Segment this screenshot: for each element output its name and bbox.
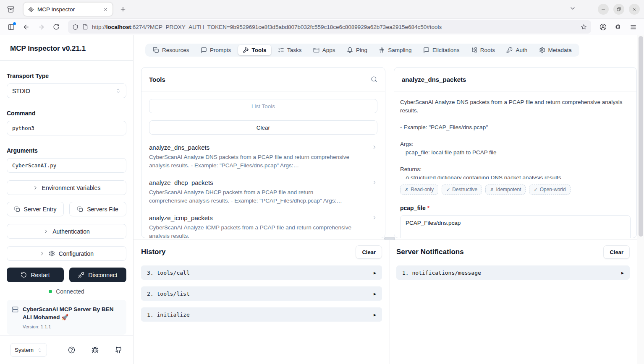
back-button[interactable]	[19, 21, 33, 33]
server-name: CyberScanAI MCP Server By BEN ALI Mohame…	[23, 305, 121, 321]
browser-tab[interactable]: MCP Inspector	[24, 3, 113, 16]
expand-play-icon[interactable]: ▶	[374, 291, 376, 296]
command-input[interactable]: python3	[7, 121, 126, 135]
app-window-icon	[313, 47, 319, 53]
bell-icon	[347, 47, 353, 53]
tab-metadata[interactable]: Metadata	[534, 45, 576, 55]
gear-icon	[49, 250, 55, 257]
copy-icon	[14, 206, 20, 212]
badge-open-world: ✓Open-world	[529, 185, 570, 195]
firefox-view-icon[interactable]	[4, 4, 17, 15]
chat-icon	[423, 47, 429, 53]
page-info-icon[interactable]	[82, 24, 88, 30]
files-icon	[153, 47, 159, 53]
extensions-puzzle-icon[interactable]	[611, 21, 625, 33]
clear-tools-button[interactable]: Clear	[149, 120, 377, 135]
expand-play-icon[interactable]: ▶	[621, 270, 624, 275]
new-tab-button[interactable]	[118, 4, 128, 14]
scrollbar-thumb[interactable]	[639, 36, 643, 237]
tab-roots[interactable]: Roots	[466, 45, 500, 55]
chevron-right-icon	[372, 179, 377, 185]
tab-resources[interactable]: Resources	[148, 45, 194, 55]
tab-apps[interactable]: Apps	[309, 45, 340, 55]
chevrons-up-down-icon	[37, 348, 42, 353]
notification-item[interactable]: 1. notifications/message▶	[396, 265, 630, 280]
window-restore-button[interactable]	[613, 4, 624, 15]
server-icon	[12, 306, 18, 329]
tab-sampling[interactable]: Sampling	[374, 45, 416, 55]
tab-ping[interactable]: Ping	[342, 45, 372, 55]
chevron-right-icon	[372, 215, 377, 221]
history-item[interactable]: 3. tools/call▶	[141, 265, 382, 280]
tool-detail-panel: analyze_dns_packets CyberScanAI Analyze …	[394, 67, 637, 238]
expand-play-icon[interactable]: ▶	[374, 312, 376, 317]
restart-button[interactable]: Restart	[7, 268, 64, 282]
transport-type-label: Transport Type	[7, 73, 126, 79]
environment-variables-button[interactable]: Environment Variables	[7, 180, 126, 195]
key-icon	[506, 47, 513, 53]
help-icon[interactable]	[68, 346, 75, 354]
badge-destructive: ✓Destructive	[442, 185, 482, 195]
tab-elicitations[interactable]: Elicitations	[419, 45, 464, 55]
page-scrollbar[interactable]	[637, 35, 644, 364]
restart-icon	[21, 272, 27, 278]
notification-dot	[13, 22, 16, 25]
window-close-button[interactable]	[629, 4, 640, 15]
server-info-card: CyberScanAI MCP Server By BEN ALI Mohame…	[7, 300, 126, 335]
servers-file-button[interactable]: Servers File	[69, 202, 126, 216]
account-icon[interactable]	[596, 21, 610, 33]
main-content: Resources Prompts Tools Tasks Apps Ping	[134, 35, 644, 364]
resize-handle-icon[interactable]	[623, 237, 628, 238]
chevron-right-icon	[33, 185, 38, 190]
search-icon[interactable]	[371, 76, 377, 83]
tab-close-icon[interactable]	[103, 7, 108, 12]
server-notifications-title: Server Notifications	[396, 248, 464, 256]
transport-type-select[interactable]: STDIO	[7, 83, 126, 98]
browser-tabstrip: MCP Inspector	[0, 0, 644, 18]
status-dot	[49, 290, 52, 293]
url-bar[interactable]: http://localhost:6274/?MCP_PROXY_AUTH_TO…	[68, 20, 591, 34]
tool-list-item-analyze-icmp-packets[interactable]: analyze_icmp_packets CyberScanAI Analyze…	[149, 214, 377, 238]
arguments-input[interactable]: CyberScanAI.py	[7, 158, 126, 173]
mcp-favicon	[28, 6, 34, 13]
pcap-file-input[interactable]: PCAP_Files/dns.pcap	[400, 215, 631, 238]
tab-overflow-chevron-icon[interactable]	[569, 5, 576, 12]
forward-button[interactable]	[34, 21, 48, 33]
history-item[interactable]: 1. initialize▶	[141, 307, 382, 322]
bug-icon[interactable]	[92, 346, 99, 354]
tool-detail-title: analyze_dns_packets	[402, 76, 466, 83]
browser-toolbar: http://localhost:6274/?MCP_PROXY_AUTH_TO…	[0, 18, 644, 35]
sidebar-toggle-icon[interactable]	[4, 21, 18, 33]
badge-idempotent: ✗Idempotent	[485, 185, 526, 195]
pcap-file-label: pcap_file*	[400, 205, 630, 211]
tab-prompts[interactable]: Prompts	[196, 45, 236, 55]
github-icon[interactable]	[115, 346, 122, 354]
clear-notifications-button[interactable]: Clear	[603, 245, 630, 259]
chevron-right-icon	[39, 251, 45, 256]
tool-list-item-analyze-dhcp-packets[interactable]: analyze_dhcp_packets CyberScanAI Analyze…	[149, 179, 377, 205]
url-text: http://localhost:6274/?MCP_PROXY_AUTH_TO…	[92, 24, 577, 30]
menu-hamburger-icon[interactable]	[626, 21, 640, 33]
list-tools-button[interactable]: List Tools	[149, 99, 377, 113]
configuration-button[interactable]: Configuration	[7, 246, 126, 261]
expand-play-icon[interactable]: ▶	[374, 270, 376, 275]
bookmark-star-icon[interactable]	[581, 24, 587, 30]
server-notifications-section: Server Notifications Clear 1. notificati…	[390, 239, 637, 364]
tab-tools[interactable]: Tools	[238, 45, 271, 55]
app-tabbar: Resources Prompts Tools Tasks Apps Ping	[145, 44, 579, 57]
connection-status: Connected	[7, 288, 126, 295]
gear-icon	[539, 47, 545, 53]
server-entry-button[interactable]: Server Entry	[7, 202, 64, 216]
tab-auth[interactable]: Auth	[502, 45, 532, 55]
authentication-button[interactable]: Authentication	[7, 224, 126, 239]
history-item[interactable]: 2. tools/list▶	[141, 286, 382, 301]
tree-icon	[471, 47, 477, 53]
disconnect-button[interactable]: Disconnect	[69, 268, 126, 282]
shield-icon[interactable]	[72, 24, 79, 30]
tool-list-item-analyze-dns-packets[interactable]: analyze_dns_packets CyberScanAI Analyze …	[149, 144, 377, 170]
theme-select[interactable]: System	[10, 343, 47, 357]
clear-history-button[interactable]: Clear	[356, 245, 382, 259]
window-minimize-button[interactable]	[598, 4, 609, 15]
tab-tasks[interactable]: Tasks	[273, 45, 306, 55]
reload-button[interactable]	[50, 21, 63, 33]
